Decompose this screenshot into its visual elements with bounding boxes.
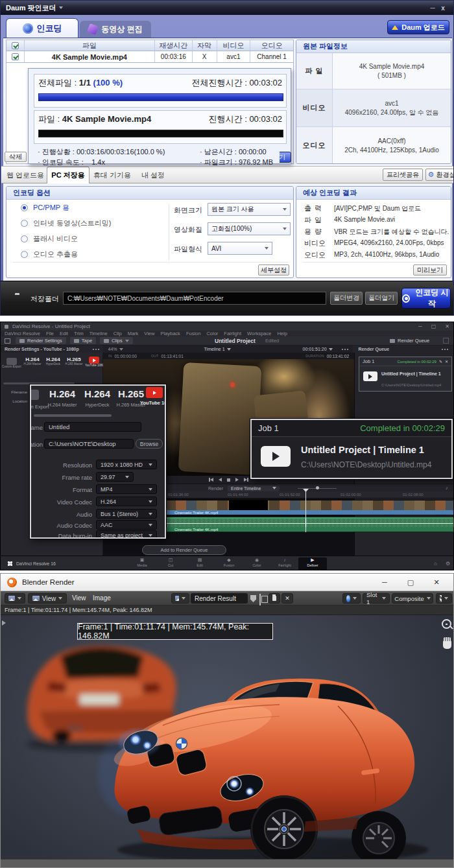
potencoder-titlebar[interactable]: Daum 팟인코더 ─ x <box>1 1 453 15</box>
minimize-icon[interactable]: ─ <box>418 323 422 329</box>
minimize-icon[interactable]: ─ <box>427 5 438 12</box>
title-dropdown-icon[interactable] <box>59 6 63 9</box>
play-reverse-icon[interactable] <box>219 478 222 482</box>
audio-waveform-toggle-icon[interactable]: ♪ <box>446 486 448 490</box>
select-all-cell[interactable] <box>6 40 25 51</box>
radio-pc-pmp[interactable]: PC/PMP 용 <box>21 203 69 213</box>
scrollbar[interactable] <box>34 414 112 417</box>
open-folder-button[interactable]: 폴더열기 <box>365 292 398 305</box>
menu-fusion[interactable]: Fusion <box>186 331 201 336</box>
stop-icon[interactable] <box>227 478 230 482</box>
zoom-slider-handle[interactable] <box>316 486 319 489</box>
location-input[interactable]: C:\Users\NOTE\Desktop <box>44 439 134 449</box>
menu-clip[interactable]: Clip <box>114 331 122 336</box>
daum-upload-button[interactable]: Daum 업로드 <box>387 20 449 34</box>
preset-tab-mobile[interactable]: 휴대 기기용 <box>90 167 135 183</box>
pass-select[interactable]: Composite <box>392 593 433 604</box>
radio-streaming[interactable]: 인터넷 동영상(스트리밍) <box>21 218 111 228</box>
preset-hyperdeck[interactable]: H.264 HyperDeck <box>43 357 63 366</box>
editor-type-select[interactable] <box>5 593 25 604</box>
resolution-select[interactable]: 1920 x 1080 HD <box>96 460 157 469</box>
radio-icon[interactable] <box>21 235 28 242</box>
edit-job-icon[interactable]: ✎ <box>439 359 442 364</box>
tab-encoding[interactable]: 인코딩 <box>6 18 78 38</box>
filename-input[interactable]: Untitled <box>44 422 141 432</box>
zoom-tool-icon[interactable] <box>442 619 451 629</box>
menu-timeline[interactable]: Timeline <box>90 331 108 336</box>
radio-icon[interactable] <box>21 204 28 211</box>
preset-youtube[interactable]: YouTube 1080p <box>85 357 103 367</box>
render-scope-select[interactable]: Entire Timeline <box>228 486 280 491</box>
tape-toolbutton[interactable]: Tape <box>70 337 96 344</box>
radio-flash[interactable]: 플래시 비디오 <box>21 234 78 244</box>
menu-workspace[interactable]: Workspace <box>247 331 271 336</box>
table-row[interactable]: 4K Sample Movie.mp4 00:03:16 X avc1 Chan… <box>6 51 294 63</box>
page-deliver[interactable]: ▶Deliver <box>298 557 327 570</box>
preset-h264-master-zoom[interactable]: H.264 H.264 Master <box>43 388 82 408</box>
format-select[interactable]: MP4 <box>96 484 157 494</box>
menu-image[interactable]: Image <box>93 594 111 602</box>
preset-share-button[interactable]: 프리셋공유 <box>383 169 423 181</box>
new-image-icon[interactable] <box>259 594 261 606</box>
page-media[interactable]: ▣Media <box>128 557 156 567</box>
panel-icon[interactable] <box>443 338 449 344</box>
fake-user-shield-icon[interactable] <box>250 595 256 602</box>
image-browse-button[interactable] <box>171 593 189 604</box>
preview-button[interactable]: 미리보기 <box>413 264 447 276</box>
slot-select[interactable]: Slot 1 <box>363 593 390 604</box>
menu-edit[interactable]: Edit <box>60 331 68 336</box>
render-queue-toolbutton[interactable]: Render Queue <box>390 338 429 344</box>
display-channels-select[interactable] <box>436 593 452 604</box>
menu-view[interactable]: View <box>72 594 86 602</box>
go-end-icon[interactable] <box>244 478 248 482</box>
audio-codec-select[interactable]: AAC <box>96 520 157 530</box>
maximize-icon[interactable]: ▢ <box>431 323 436 329</box>
preset-custom[interactable]: Custom Export <box>2 358 21 368</box>
close-icon[interactable]: ✕ <box>445 323 449 329</box>
options-menu-icon[interactable] <box>442 349 448 350</box>
browse-button[interactable]: Browse <box>136 439 163 449</box>
radio-icon[interactable] <box>21 251 28 258</box>
quality-select[interactable]: 고화질(100%) <box>208 222 291 235</box>
resolve-titlebar[interactable]: DaVinci Resolve - Untitled Project ─ ▢ ✕ <box>1 322 453 331</box>
unlink-image-button[interactable]: ✕ <box>281 593 293 604</box>
video-codec-select[interactable]: H.264 <box>96 497 157 506</box>
close-dialog-button[interactable]: 닫기 <box>280 152 291 163</box>
menu-color[interactable]: Color <box>206 331 218 336</box>
blender-titlebar[interactable]: Blender Render ─ ▢ ✕ <box>1 574 453 591</box>
maximize-icon[interactable]: ▢ <box>400 578 421 587</box>
radio-audio-extract[interactable]: 오디오 추출용 <box>21 250 78 259</box>
page-edit[interactable]: ▤Edit <box>185 557 214 567</box>
menu-file[interactable]: File <box>46 331 54 336</box>
add-to-render-queue-button[interactable]: Add to Render Queue <box>142 545 226 555</box>
gear-icon[interactable]: ⚙ <box>446 561 450 567</box>
detail-settings-button[interactable]: 세부설정 <box>258 264 289 276</box>
start-encoding-button[interactable]: 인코딩 시작 <box>401 288 451 309</box>
minimize-icon[interactable]: ─ <box>374 578 395 586</box>
open-image-button[interactable] <box>269 593 280 604</box>
col-file[interactable]: 파일 <box>25 40 155 51</box>
image-name-field[interactable]: Render Result <box>191 593 248 604</box>
close-icon[interactable]: ✕ <box>426 578 447 587</box>
menu-playback[interactable]: Playback <box>160 331 180 336</box>
menu-fairlight[interactable]: Fairlight <box>224 331 241 336</box>
select-all-checkbox[interactable] <box>12 42 19 49</box>
menu-trim[interactable]: Trim <box>74 331 84 336</box>
viewer-zoom-select[interactable]: 44% <box>108 347 123 351</box>
menu-davinci[interactable]: DaVinci Resolve <box>5 331 40 336</box>
preset-tab-web[interactable]: 웹 업로드용 <box>4 167 47 183</box>
render-settings-toolbutton[interactable]: Render Settings <box>16 337 66 344</box>
job-card[interactable]: Job 1 Completed in 00:02:29 ✎ ✕ Untitled… <box>359 357 452 392</box>
save-folder-path[interactable]: C:₩Users₩NOTE₩Documents₩Daum₩PotEncoder <box>63 292 326 305</box>
audio-select[interactable]: Bus 1 (Stereo) <box>96 509 157 519</box>
mode-select[interactable]: View <box>28 593 67 604</box>
preset-hyperdeck-zoom[interactable]: H.264 HyperDeck <box>80 388 114 408</box>
tab-video-edit[interactable]: 동영상 편집 <box>80 21 151 38</box>
delete-button[interactable]: 삭제 <box>5 152 27 162</box>
options-menu-icon[interactable] <box>93 349 99 350</box>
radio-icon[interactable] <box>21 220 28 227</box>
go-start-icon[interactable] <box>209 478 213 482</box>
preset-youtube-zoom[interactable]: YouTube 1080p <box>140 387 166 406</box>
clips-toolbutton[interactable]: Clips <box>100 337 133 344</box>
timecode-display[interactable]: 00:01:51:20 <box>303 347 333 351</box>
